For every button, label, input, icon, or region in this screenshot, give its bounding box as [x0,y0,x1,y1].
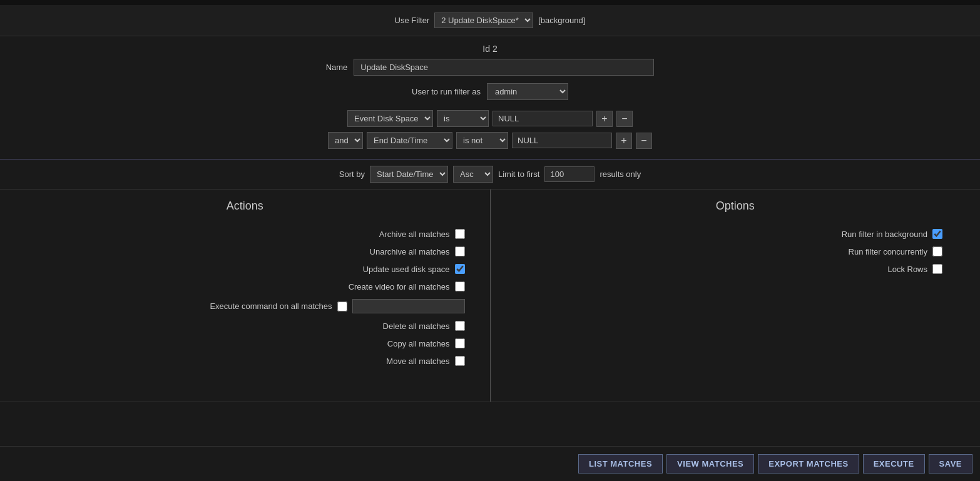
options-panel: Options Run filter in background Run fil… [491,190,981,402]
footer-buttons: LIST MATCHES VIEW MATCHES EXPORT MATCHES… [0,446,980,481]
user-label: User to run filter as [412,87,481,96]
id-row: Id 2 [0,36,980,59]
save-button[interactable]: SAVE [929,454,972,473]
view-matches-button[interactable]: VIEW MATCHES [666,454,754,473]
update-disk-checkbox[interactable] [455,264,465,274]
unarchive-checkbox[interactable] [455,246,465,256]
options-title: Options [491,200,981,213]
results-only-label: results only [600,170,641,179]
archive-checkbox[interactable] [455,229,465,239]
run-concurrent-checkbox[interactable] [932,246,942,256]
update-disk-label: Update used disk space [363,265,450,274]
action-create-video: Create video for all matches [0,278,490,295]
run-background-label: Run filter in background [842,230,927,239]
create-video-checkbox[interactable] [455,281,465,291]
action-execute-command: Execute command on all matches [0,295,490,317]
option-lock-rows: Lock Rows [491,260,981,278]
connector-select[interactable]: and or [328,132,363,149]
use-filter-label: Use Filter [395,16,430,25]
add-condition-button-1[interactable]: + [596,111,613,127]
use-filter-select[interactable]: 2 Update DiskSpace* 1 Default 3 Archive … [434,13,533,28]
actions-panel: Actions Archive all matches Unarchive al… [0,190,491,402]
action-delete: Delete all matches [0,317,490,335]
name-input[interactable] [354,59,654,76]
sort-order-select[interactable]: Asc Desc [453,166,493,183]
remove-condition-button-1[interactable]: − [616,111,633,127]
lock-rows-checkbox[interactable] [932,264,942,274]
move-label: Move all matches [386,357,449,366]
execute-command-input[interactable] [352,299,465,313]
execute-command-label: Execute command on all matches [210,301,332,311]
execute-command-checkbox[interactable] [337,301,347,311]
name-label: Name [326,63,348,72]
action-update-disk: Update used disk space [0,260,490,278]
limit-label: Limit to first [498,170,539,179]
move-checkbox[interactable] [455,356,465,366]
filter-operator-1[interactable]: is is not contains [437,110,489,127]
sort-field-select[interactable]: Start Date/Time End Date/Time Name [370,166,448,183]
filter-value-1[interactable] [493,111,593,126]
unarchive-label: Unarchive all matches [370,247,450,256]
filter-row-1: Event Disk Space Start Date/Time End Dat… [347,110,633,127]
filter-value-2[interactable] [512,133,612,148]
run-concurrent-label: Run filter concurrently [849,247,927,256]
create-video-label: Create video for all matches [349,282,450,291]
run-background-checkbox[interactable] [932,229,942,239]
user-select[interactable]: admin user1 [487,83,568,100]
sort-row: Sort by Start Date/Time End Date/Time Na… [0,159,980,190]
main-content: Actions Archive all matches Unarchive al… [0,190,980,402]
execute-button[interactable]: EXECUTE [863,454,925,473]
action-unarchive: Unarchive all matches [0,243,490,260]
filter-row-2: and or End Date/Time Start Date/Time Eve… [328,132,652,149]
list-matches-button[interactable]: LIST MATCHES [578,454,663,473]
filter-field-2[interactable]: End Date/Time Start Date/Time Event Disk… [367,132,452,149]
action-copy: Copy all matches [0,335,490,352]
remove-condition-button-2[interactable]: − [636,133,652,149]
sort-label: Sort by [339,170,365,179]
user-row: User to run filter as admin user1 [0,83,980,100]
limit-input[interactable] [544,166,595,182]
delete-label: Delete all matches [383,322,450,331]
option-background: Run filter in background [491,225,981,243]
action-archive: Archive all matches [0,225,490,243]
option-concurrent: Run filter concurrently [491,243,981,260]
copy-checkbox[interactable] [455,338,465,348]
top-bar [0,0,980,5]
lock-rows-label: Lock Rows [887,265,927,274]
action-move: Move all matches [0,352,490,370]
name-row: Name [0,59,980,76]
export-matches-button[interactable]: EXPORT MATCHES [758,454,859,473]
delete-checkbox[interactable] [455,321,465,331]
background-label: [background] [538,16,585,25]
add-condition-button-2[interactable]: + [616,133,632,149]
actions-title: Actions [0,200,490,213]
filter-operator-2[interactable]: is not is contains [456,132,508,149]
id-label: Id 2 [482,44,497,54]
filter-conditions: Event Disk Space Start Date/Time End Dat… [0,110,980,149]
archive-label: Archive all matches [379,230,450,239]
use-filter-row: Use Filter 2 Update DiskSpace* 1 Default… [0,5,980,36]
filter-field-1[interactable]: Event Disk Space Start Date/Time End Dat… [347,110,433,127]
copy-label: Copy all matches [387,339,450,348]
